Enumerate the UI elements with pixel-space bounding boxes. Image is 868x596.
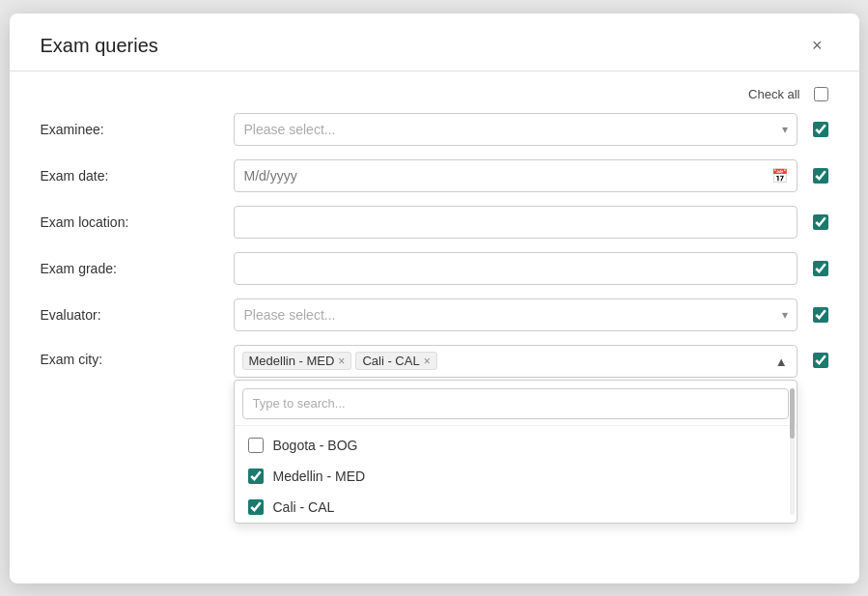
- tag-medellin-label: Medellin - MED: [249, 354, 335, 368]
- examinee-control: Please select... ▾: [234, 113, 828, 146]
- modal: Exam queries × Check all Examinee: Pleas…: [10, 14, 859, 583]
- examinee-checkbox[interactable]: [813, 122, 828, 137]
- exam-date-input-wrapper: 📅: [234, 159, 798, 192]
- exam-city-multiselect-box[interactable]: Medellin - MED × Cali - CAL × ▲: [234, 345, 798, 378]
- modal-header: Exam queries ×: [10, 14, 859, 71]
- dropdown-search-input[interactable]: [242, 388, 789, 419]
- dropdown-scrollbar-thumb: [790, 388, 795, 439]
- dropdown-checkbox-cali[interactable]: [248, 499, 264, 515]
- exam-date-label: Exam date:: [41, 168, 234, 184]
- exam-grade-control: [234, 252, 828, 285]
- exam-city-arrow: ▲: [775, 354, 788, 368]
- exam-date-checkbox[interactable]: [813, 168, 828, 184]
- dropdown-checkbox-medellin[interactable]: [248, 468, 264, 484]
- evaluator-select-wrapper: Please select... ▾: [234, 298, 798, 331]
- exam-grade-label: Exam grade:: [41, 261, 234, 276]
- exam-city-multiselect-wrapper: Medellin - MED × Cali - CAL × ▲: [234, 345, 798, 378]
- tag-cali: Cali - CAL ×: [355, 352, 436, 370]
- dropdown-checkbox-bogota[interactable]: [248, 438, 264, 453]
- tag-cali-label: Cali - CAL: [362, 354, 419, 368]
- dropdown-scrollbar-track: [790, 388, 795, 515]
- exam-city-label: Exam city:: [41, 345, 234, 367]
- close-button[interactable]: ×: [806, 35, 828, 56]
- dropdown-item-medellin-label: Medellin - MED: [273, 468, 366, 484]
- exam-location-label: Exam location:: [41, 214, 234, 230]
- exam-city-dropdown: Bogota - BOG Medellin - MED Cali - CAL: [234, 380, 798, 524]
- check-all-row: Check all: [41, 87, 828, 101]
- dropdown-item-cali[interactable]: Cali - CAL: [235, 492, 797, 523]
- examinee-row: Examinee: Please select... ▾: [41, 113, 828, 146]
- exam-location-row: Exam location:: [41, 206, 828, 239]
- check-all-checkbox[interactable]: [814, 87, 828, 101]
- exam-date-row: Exam date: 📅: [41, 159, 828, 192]
- exam-city-control: Medellin - MED × Cali - CAL × ▲: [234, 345, 828, 378]
- examinee-select[interactable]: Please select...: [234, 113, 798, 146]
- modal-body: Check all Examinee: Please select... ▾ E…: [10, 71, 859, 426]
- dropdown-item-medellin[interactable]: Medellin - MED: [235, 461, 797, 492]
- evaluator-control: Please select... ▾: [234, 298, 828, 331]
- dropdown-item-bogota-label: Bogota - BOG: [273, 438, 358, 453]
- exam-location-control: [234, 206, 828, 239]
- dropdown-divider: [235, 425, 797, 426]
- tag-medellin: Medellin - MED ×: [242, 352, 352, 370]
- exam-date-control: 📅: [234, 159, 828, 192]
- exam-grade-row: Exam grade:: [41, 252, 828, 285]
- dropdown-item-cali-label: Cali - CAL: [273, 499, 335, 515]
- examinee-select-wrapper: Please select... ▾: [234, 113, 798, 146]
- exam-location-checkbox[interactable]: [813, 214, 828, 230]
- modal-title: Exam queries: [41, 35, 158, 57]
- tag-cali-remove[interactable]: ×: [424, 355, 431, 367]
- exam-grade-checkbox[interactable]: [813, 261, 828, 276]
- examinee-label: Examinee:: [41, 122, 234, 137]
- evaluator-row: Evaluator: Please select... ▾: [41, 298, 828, 331]
- check-all-label: Check all: [748, 87, 799, 101]
- dropdown-item-bogota[interactable]: Bogota - BOG: [235, 430, 797, 461]
- exam-grade-input[interactable]: [234, 252, 798, 285]
- evaluator-select[interactable]: Please select...: [234, 298, 798, 331]
- exam-date-input[interactable]: [234, 159, 798, 192]
- exam-city-row: Exam city: Medellin - MED × Cali - CAL ×…: [41, 345, 828, 378]
- tag-medellin-remove[interactable]: ×: [338, 355, 345, 367]
- evaluator-checkbox[interactable]: [813, 307, 828, 323]
- exam-location-input[interactable]: [234, 206, 798, 239]
- exam-city-checkbox[interactable]: [813, 353, 828, 368]
- evaluator-label: Evaluator:: [41, 307, 234, 323]
